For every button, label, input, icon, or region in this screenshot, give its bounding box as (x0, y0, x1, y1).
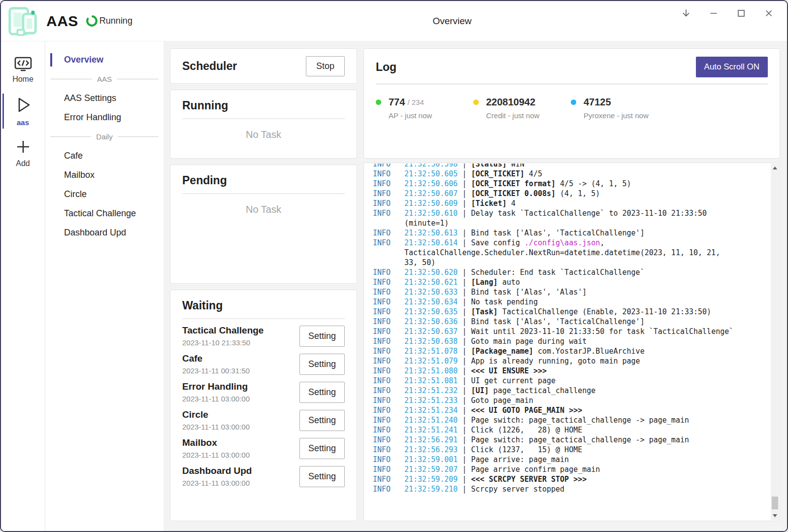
setting-button[interactable]: Setting (299, 382, 345, 403)
auto-scroll-button[interactable]: Auto Scroll ON (696, 57, 768, 77)
waiting-task-row: Tactical Challenge 2023-11-10 21:33:50 S… (182, 325, 345, 347)
rail-item-home[interactable]: Home (1, 51, 45, 90)
log-title: Log (376, 61, 396, 74)
waiting-task-name: Error Handling (182, 381, 250, 392)
log-entry: INFO 21:32:50.621 | [Lang] auto (369, 277, 770, 287)
divider-line (118, 136, 159, 137)
log-message: [OCR_TICKET 0.008s] (4, 1, 5) (471, 189, 600, 198)
rail-item-aas[interactable]: aas (1, 90, 45, 133)
nav-item-dashboard-upd[interactable]: Dashboard Upd (45, 223, 164, 242)
log-entry: INFO 21:32:51.079 | App is already runni… (369, 356, 770, 366)
log-entry: INFO 21:32:50.620 | Scheduler: End task … (369, 267, 770, 277)
log-level: INFO (369, 317, 404, 327)
log-timestamp: 21:32:50.613 (404, 229, 458, 237)
nav-item-label: Circle (64, 189, 87, 199)
log-entry: INFO 21:32:51.078 | [Package_name] com.Y… (369, 346, 770, 356)
nav-item-mailbox[interactable]: Mailbox (45, 166, 164, 185)
pending-card: Pending No Task (170, 165, 357, 284)
log-level: INFO (369, 277, 404, 287)
log-level: INFO (369, 484, 404, 494)
log-level: INFO (369, 307, 404, 317)
close-icon[interactable] (759, 4, 778, 23)
waiting-task-row: Circle 2023-11-11 03:00:00 Setting (182, 409, 345, 431)
stop-button[interactable]: Stop (306, 56, 345, 76)
log-timestamp: 21:32:59.209 (404, 475, 458, 484)
nav-menu: Overview AAS AAS SettingsError Handling … (45, 41, 164, 531)
rail-item-add[interactable]: Add (1, 133, 45, 174)
log-entry: INFO 21:32:50.634 | No task pending (369, 297, 770, 307)
log-level: INFO (369, 435, 404, 445)
log-message: [Ticket] 4 (471, 199, 515, 208)
nav-item-circle[interactable]: Circle (45, 185, 164, 204)
log-timestamp: 21:32:50.638 (404, 337, 458, 346)
nav-item-label: Mailbox (64, 170, 95, 180)
nav-item-tactical-challenge[interactable]: Tactical Challenge (45, 204, 164, 223)
download-icon[interactable] (677, 4, 695, 23)
log-timestamp: 21:32:51.079 (404, 357, 458, 366)
scroll-up-icon[interactable] (771, 164, 779, 172)
log-timestamp: 21:32:50.614 (404, 238, 458, 247)
log-timestamp: 21:32:59.001 (404, 455, 458, 464)
log-level: INFO (369, 356, 404, 366)
log-timestamp: 21:32:50.633 (404, 288, 458, 297)
waiting-task-next-run: 2023-11-11 03:00:00 (182, 479, 252, 487)
log-entry: INFO 21:32:50.609 | [Ticket] 4 (369, 199, 770, 208)
waiting-task-name: Tactical Challenge (182, 325, 263, 336)
setting-button[interactable]: Setting (299, 438, 345, 459)
app-logo-icon (6, 4, 39, 38)
log-entry: INFO 21:32:50.633 | Bind task ['Alas', '… (369, 287, 770, 297)
scrollbar-thumb[interactable] (772, 497, 778, 509)
log-timestamp: 21:32:50.634 (404, 298, 458, 306)
log-message: [Status] WIN (471, 164, 524, 168)
log-level: INFO (369, 376, 404, 386)
log-message: Wait until 2023-11-10 21:33:50 for task … (471, 327, 733, 336)
setting-button[interactable]: Setting (299, 466, 345, 487)
log-timestamp: 21:32:59.207 (404, 465, 458, 474)
maximize-icon[interactable] (732, 4, 751, 23)
log-timestamp: 21:32:50.621 (404, 278, 458, 287)
log-message: [Lang] auto (471, 278, 520, 287)
setting-button[interactable]: Setting (299, 410, 345, 431)
log-timestamp: 21:32:50.605 (404, 169, 458, 178)
nav-item-label: Dashboard Upd (64, 228, 126, 237)
log-entry: INFO 21:32:50.636 | Bind task ['Alas', '… (369, 317, 770, 327)
log-message: <<< SCRCPY SERVER STOP >>> (471, 475, 587, 484)
log-timestamp: 21:32:50.620 (404, 268, 458, 277)
log-timestamp: 21:32:51.078 (404, 347, 458, 356)
stat-dot-icon (376, 100, 381, 105)
scheduler-card: Scheduler Stop (170, 48, 357, 84)
scroll-down-icon[interactable] (771, 511, 779, 520)
log-message: Bind task ['Alas', 'TacticalChallenge'] (471, 317, 644, 326)
minimize-icon[interactable] (704, 4, 723, 23)
waiting-title: Waiting (182, 299, 345, 312)
nav-item-label: Cafe (64, 151, 83, 161)
log-output[interactable]: INFO 21:32:50.598 | [Status] WIN INFO 21… (369, 164, 770, 520)
log-level: INFO (369, 199, 404, 208)
setting-button[interactable]: Setting (299, 354, 345, 375)
nav-item-error-handling[interactable]: Error Handling (45, 108, 164, 127)
titlebar: AAS Running Overview (1, 1, 787, 41)
log-message: Scrcpy server stopped (471, 485, 564, 494)
log-message: <<< UI ENSURE >>> (471, 366, 547, 375)
log-level: INFO (369, 169, 404, 179)
log-entry: INFO 21:32:50.607 | [OCR_TICKET 0.008s] … (369, 189, 770, 199)
nav-item-overview[interactable]: Overview (45, 50, 164, 69)
nav-section-divider: AAS (45, 69, 164, 89)
nav-item-aas-settings[interactable]: AAS Settings (45, 89, 164, 108)
nav-item-cafe[interactable]: Cafe (45, 146, 164, 166)
log-timestamp: 21:32:50.609 (404, 199, 458, 208)
log-entry: INFO 21:32:50.614 | Save config ./config… (369, 238, 770, 267)
resource-stats: 774 / 234 AP - just now 220810942 Credit… (376, 97, 768, 120)
active-indicator (2, 94, 4, 129)
nav-section-divider: Daily (45, 127, 164, 146)
resource-stat: 220810942 Credit - just now (473, 97, 571, 120)
nav-section-label: Daily (96, 133, 112, 141)
log-entry: INFO 21:32:50.598 | [Status] WIN (369, 164, 770, 169)
log-timestamp: 21:32:50.635 (404, 307, 458, 316)
log-entry: INFO 21:32:51.080 | <<< UI ENSURE >>> (369, 366, 770, 376)
log-message: Page arrive confirm page_main (471, 465, 600, 474)
log-timestamp: 21:32:50.637 (404, 327, 458, 336)
log-scrollbar[interactable] (771, 164, 779, 520)
log-level: INFO (369, 179, 404, 189)
setting-button[interactable]: Setting (299, 326, 345, 347)
